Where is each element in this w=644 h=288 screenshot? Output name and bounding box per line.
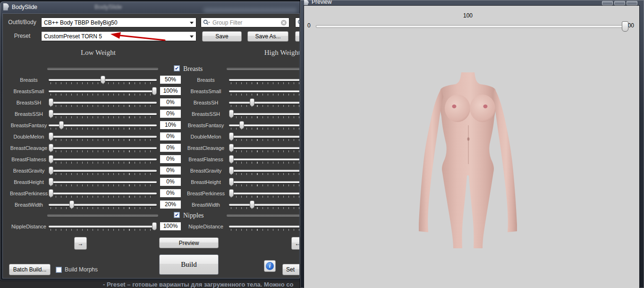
slider-label-doublemelon-low: DoubleMelon xyxy=(4,131,54,142)
slider-breastgravity-low[interactable] xyxy=(49,170,157,172)
divider-bar xyxy=(47,214,158,217)
copy-to-high-button[interactable]: → xyxy=(74,237,87,250)
group-filter-box[interactable] xyxy=(201,17,289,27)
weight-slider-thumb[interactable] xyxy=(622,21,628,32)
body-detail xyxy=(452,105,457,108)
slider-value-breastheight[interactable]: 0% xyxy=(160,178,181,186)
slider-label-breastssh-high: BreastsSH xyxy=(181,97,230,108)
slider-value-breastsssh[interactable]: 0% xyxy=(160,110,181,118)
slider-label-breastsssh-low: BreastsSSH xyxy=(4,108,54,120)
slider-value-breastcleavage[interactable]: 0% xyxy=(160,144,181,152)
clear-filter-icon[interactable] xyxy=(280,19,287,26)
slider-breastperkiness-low[interactable] xyxy=(49,192,157,194)
slider-breastwidth-low[interactable] xyxy=(49,204,157,206)
slider-breastgravity-high[interactable] xyxy=(229,170,300,172)
slider-breastwidth-high[interactable] xyxy=(229,204,300,206)
close-button[interactable] xyxy=(627,1,637,5)
slider-row-breastssh: BreastsSH0%BreastsSH xyxy=(3,97,300,108)
tick-marks xyxy=(231,82,300,84)
preview-window: Preview 100 0 100 xyxy=(300,0,644,288)
minimize-button[interactable] xyxy=(602,1,613,5)
slider-breastheight-high[interactable] xyxy=(229,181,300,183)
slider-value-breastssmall[interactable]: 100% xyxy=(160,87,181,95)
desktop: - Preset – готовые варианты для загружен… xyxy=(0,0,644,288)
preset-dropdown[interactable]: CustomPreset TORN 5 xyxy=(41,31,196,41)
weight-slider[interactable] xyxy=(316,25,624,28)
slider-breastssh-high[interactable] xyxy=(229,102,300,104)
group-filter-input[interactable] xyxy=(212,19,279,26)
copy-to-low-button[interactable]: ← xyxy=(291,237,300,250)
slider-breastcleavage-low[interactable] xyxy=(49,147,157,149)
slider-value-breastperkiness[interactable]: 0% xyxy=(160,189,181,197)
slider-breastflatness-low[interactable] xyxy=(49,158,157,160)
bodyslide-window: BodySlide BodySlide Outfit/Body CB++ Bod… xyxy=(0,1,302,280)
tick-marks xyxy=(51,173,155,175)
slider-value-breasts[interactable]: 50% xyxy=(160,76,181,84)
slider-breastssmall-low[interactable] xyxy=(49,90,157,92)
chevron-down-icon[interactable] xyxy=(190,35,194,38)
about-button[interactable]: i xyxy=(264,260,276,272)
tick-marks xyxy=(231,94,300,96)
slider-breastcleavage-high[interactable] xyxy=(229,147,300,149)
partial-button[interactable] xyxy=(295,31,300,42)
build-morphs-checkbox[interactable] xyxy=(56,267,62,273)
slider-breastsssh-low[interactable] xyxy=(49,113,157,115)
save-as-button[interactable]: Save As... xyxy=(247,31,288,42)
slider-breastsfantasy-high[interactable] xyxy=(229,124,300,126)
slider-breastheight-low[interactable] xyxy=(49,181,157,183)
maximize-button[interactable] xyxy=(614,1,625,5)
slider-value-nippledistance[interactable]: 100% xyxy=(160,222,181,230)
slider-label-breastflatness-low: BreastFlatness xyxy=(4,154,54,165)
body-mesh-viewport[interactable] xyxy=(397,70,539,252)
slider-value-breastsfantasy[interactable]: 10% xyxy=(160,121,181,129)
slider-breastflatness-high[interactable] xyxy=(229,158,300,160)
slider-doublemelon-low[interactable] xyxy=(49,136,157,138)
tick-marks xyxy=(231,184,300,186)
slider-label-breastgravity-high: BreastGravity xyxy=(181,165,230,176)
body-left-arm xyxy=(419,88,443,232)
group-checkbox-nipples[interactable]: ✔ xyxy=(174,212,180,218)
background-tooltip-text: - Preset – готовые варианты для загружен… xyxy=(103,281,293,288)
slider-nippledistance-high[interactable] xyxy=(229,226,300,227)
slider-value-breastflatness[interactable]: 0% xyxy=(160,155,181,163)
chevron-down-icon[interactable] xyxy=(190,22,194,24)
slider-nippledistance-low[interactable] xyxy=(49,226,157,227)
slider-value-doublemelon[interactable]: 0% xyxy=(160,132,181,140)
tick-marks xyxy=(231,196,300,198)
aero-ghost-title: BodySlide xyxy=(94,3,122,10)
body-bust xyxy=(470,95,495,122)
search-icon xyxy=(297,19,300,26)
slider-doublemelon-high[interactable] xyxy=(229,136,300,138)
tick-marks xyxy=(231,150,300,152)
slider-breastperkiness-high[interactable] xyxy=(229,192,300,194)
body-right-arm xyxy=(492,88,517,232)
save-button[interactable]: Save xyxy=(202,31,242,42)
group-checkbox-breasts[interactable]: ✔ xyxy=(174,65,180,71)
batch-build-button[interactable]: Batch Build... xyxy=(9,264,51,275)
tick-marks xyxy=(51,184,155,186)
preview-titlebar[interactable]: Preview xyxy=(300,0,644,5)
slider-value-breastssh[interactable]: 0% xyxy=(160,98,181,106)
build-button[interactable]: Build xyxy=(159,254,219,275)
bodyslide-titlebar[interactable]: BodySlide BodySlide xyxy=(0,1,302,12)
slider-breastssmall-high[interactable] xyxy=(229,90,300,92)
slider-row-breastperkiness: BreastPerkiness0%BreastPerkiness xyxy=(3,188,300,199)
slider-row-breasts: Breasts50%Breasts xyxy=(3,74,300,86)
slider-breastsfantasy-low[interactable] xyxy=(49,124,157,126)
settings-button-partial[interactable]: Set xyxy=(282,264,300,275)
slider-label-breastssh-low: BreastsSH xyxy=(4,97,54,108)
preview-button[interactable]: Preview xyxy=(159,237,219,248)
slider-label-nippledistance-high: NippleDistance xyxy=(181,221,230,232)
slider-label-breastssmall-low: BreastsSmall xyxy=(4,86,54,97)
slider-breastsssh-high[interactable] xyxy=(229,113,300,115)
bodyslide-title: BodySlide xyxy=(12,4,37,10)
slider-value-breastgravity[interactable]: 0% xyxy=(160,166,181,175)
search-icon[interactable] xyxy=(203,19,210,26)
slider-breastssh-low[interactable] xyxy=(49,102,157,104)
outfit-body-dropdown[interactable]: CB++ Body TBBP BellyBig50 xyxy=(41,17,196,27)
slider-breasts-low[interactable] xyxy=(49,79,157,81)
slider-breasts-high[interactable] xyxy=(229,79,300,81)
slider-label-breastperkiness-low: BreastPerkiness xyxy=(4,188,54,199)
outfit-filter-box-partial[interactable] xyxy=(295,17,300,27)
slider-value-breastwidth[interactable]: 20% xyxy=(160,201,181,209)
